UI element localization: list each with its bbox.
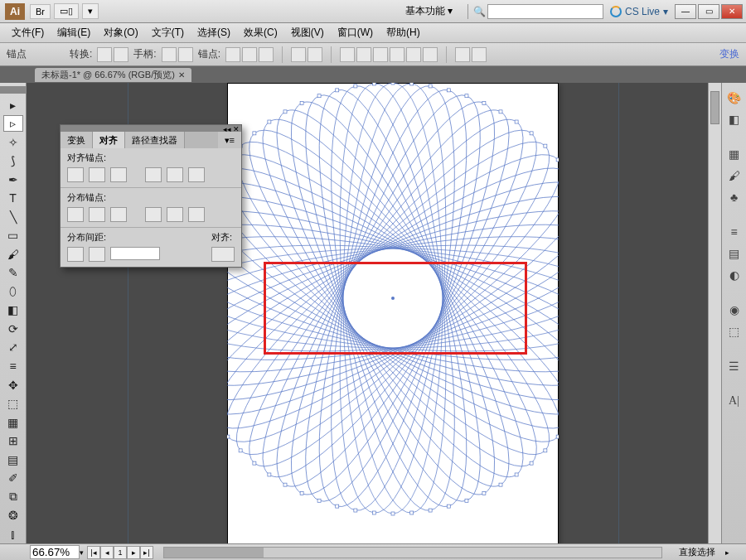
tab-transform[interactable]: 变换	[61, 132, 93, 148]
distribute-h-icon[interactable]	[455, 47, 470, 62]
spacing-input[interactable]	[110, 247, 160, 260]
svg-rect-56	[556, 158, 559, 162]
svg-rect-104	[429, 509, 432, 512]
close-tab-icon[interactable]: ✕	[178, 70, 185, 80]
svg-rect-90	[544, 449, 547, 452]
panel-close-icon[interactable]: ✕	[233, 125, 240, 133]
px-icon[interactable]	[308, 47, 322, 62]
minimize-button[interactable]: —	[675, 4, 696, 19]
panel-menu-icon[interactable]: ▾≡	[218, 132, 241, 148]
menu-help[interactable]: 帮助(H)	[380, 24, 427, 41]
align-hcenter-button[interactable]	[89, 167, 105, 182]
dist-hcenter-button[interactable]	[167, 207, 183, 222]
menu-type[interactable]: 文字(T)	[145, 24, 191, 41]
align-right-icon[interactable]	[373, 47, 388, 62]
svg-rect-100	[465, 499, 468, 502]
svg-rect-42	[447, 89, 450, 92]
document-tabbar: 未标题-1* @ 66.67% (RGB/预览) ✕	[0, 66, 746, 83]
anchor-label: 锚点	[7, 47, 27, 61]
workspace-switcher[interactable]: 基本功能 ▾	[400, 2, 458, 20]
spacing-v-button[interactable]	[67, 247, 84, 262]
tab-pathfinder[interactable]: 路径查找器	[125, 132, 185, 148]
artboard-number[interactable]: 1	[114, 546, 127, 559]
align-right-button[interactable]	[110, 167, 127, 182]
handle-label: 手柄:	[133, 47, 156, 61]
svg-rect-88	[556, 435, 559, 438]
dist-left-button[interactable]	[145, 207, 162, 222]
anchor-remove-icon[interactable]	[225, 47, 240, 62]
svg-rect-96	[499, 483, 502, 486]
svg-rect-47	[300, 492, 303, 495]
align-left-button[interactable]	[67, 167, 84, 182]
cslive-icon	[610, 6, 622, 17]
tab-align[interactable]: 对齐	[93, 132, 125, 148]
distribute-v-icon[interactable]	[472, 47, 487, 62]
next-artboard-button[interactable]: ▸	[127, 546, 140, 559]
svg-rect-37	[391, 512, 395, 515]
svg-rect-92	[530, 461, 533, 465]
svg-rect-48	[499, 110, 502, 113]
svg-rect-49	[283, 483, 287, 486]
svg-rect-50	[515, 120, 518, 123]
svg-rect-44	[465, 94, 468, 98]
search-input[interactable]	[487, 4, 603, 19]
dist-right-button[interactable]	[188, 207, 205, 222]
zoom-input[interactable]	[30, 545, 80, 559]
document-tab[interactable]: 未标题-1* @ 66.67% (RGB/预览) ✕	[35, 68, 191, 82]
svg-rect-46	[482, 101, 486, 104]
menu-file[interactable]: 文件(F)	[5, 24, 51, 41]
align-hcenter-icon[interactable]	[356, 47, 371, 62]
menu-edit[interactable]: 编辑(E)	[51, 24, 97, 41]
align-vcenter-button[interactable]	[167, 167, 183, 182]
spacing-h-button[interactable]	[89, 247, 105, 262]
align-vcenter-icon[interactable]	[406, 47, 421, 62]
anchor2-label: 锚点:	[198, 47, 220, 61]
arrange-button[interactable]: ▭▯	[54, 3, 79, 19]
align-top-button[interactable]	[145, 167, 162, 182]
scrollbar-vertical[interactable]	[708, 83, 721, 543]
panel-collapse-icon[interactable]: ◂◂	[223, 125, 231, 133]
dist-bottom-button[interactable]	[110, 207, 127, 222]
canvas[interactable]: ◂◂✕ 变换 对齐 路径查找器 ▾≡ 对齐锚点:	[27, 83, 708, 543]
anchor-cut-icon[interactable]	[259, 47, 274, 62]
align-top-icon[interactable]	[390, 47, 404, 62]
svg-rect-52	[530, 132, 533, 135]
align-panel[interactable]: ◂◂✕ 变换 对齐 路径查找器 ▾≡ 对齐锚点:	[60, 124, 242, 268]
controlbar: 锚点 转换: 手柄: 锚点: 变换	[0, 43, 746, 66]
last-artboard-button[interactable]: ▸|	[140, 546, 153, 559]
align-left-icon[interactable]	[340, 47, 355, 62]
svg-rect-43	[336, 504, 339, 508]
close-button[interactable]: ✕	[721, 4, 743, 19]
anchor-connect-icon[interactable]	[242, 47, 257, 62]
menu-view[interactable]: 视图(V)	[284, 24, 331, 41]
handle-show-icon[interactable]	[162, 47, 177, 62]
convert-smooth-icon[interactable]	[114, 47, 128, 62]
menu-object[interactable]: 对象(O)	[97, 24, 144, 41]
align-bottom-icon[interactable]	[423, 47, 438, 62]
handle-hide-icon[interactable]	[178, 47, 193, 62]
titlebar: Ai Br ▭▯ ▾ 基本功能 ▾ 🔍 CS Live ▾ — ▭ ✕	[0, 0, 746, 23]
svg-rect-54	[544, 144, 547, 147]
first-artboard-button[interactable]: |◂	[87, 546, 100, 559]
dropdown-button[interactable]: ▾	[82, 3, 99, 19]
svg-rect-53	[253, 461, 256, 465]
svg-rect-36	[391, 83, 395, 84]
transform-link[interactable]: 变换	[719, 47, 739, 61]
menu-effect[interactable]: 效果(C)	[237, 24, 284, 41]
convert-corner-icon[interactable]	[97, 47, 112, 62]
cslive-button[interactable]: CS Live ▾	[610, 6, 668, 17]
menu-select[interactable]: 选择(S)	[191, 24, 237, 41]
bridge-button[interactable]: Br	[30, 4, 51, 19]
scrollbar-horizontal[interactable]	[163, 547, 662, 558]
dist-top-button[interactable]	[67, 207, 84, 222]
svg-rect-102	[447, 504, 450, 508]
convert-label: 转换:	[70, 47, 92, 61]
dist-vcenter-button[interactable]	[89, 207, 105, 222]
menu-window[interactable]: 窗口(W)	[331, 24, 380, 41]
alignto-button[interactable]	[211, 247, 235, 262]
align-bottom-button[interactable]	[188, 167, 205, 182]
svg-rect-45	[317, 499, 321, 502]
prev-artboard-button[interactable]: ◂	[100, 546, 114, 559]
maximize-button[interactable]: ▭	[698, 4, 719, 19]
isolate-icon[interactable]	[291, 47, 306, 62]
